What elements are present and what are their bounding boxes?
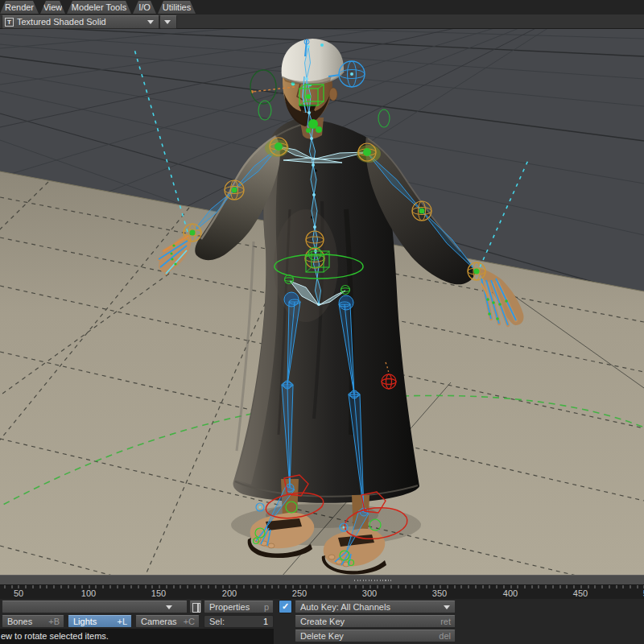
chevron-down-icon: [166, 605, 172, 609]
chevron-down-icon: [444, 605, 450, 609]
ruler-label: 150: [142, 588, 175, 598]
view-options-dropdown[interactable]: [159, 15, 177, 29]
status-message: ew to rotate selected items.: [1, 629, 109, 644]
shading-mode-label: Textured Shaded Solid: [17, 16, 106, 27]
panel-toggle-icon: [192, 603, 200, 613]
properties-shortcut: p: [264, 601, 269, 613]
delete-key-label: Delete Key: [300, 631, 344, 641]
ruler-label: 400: [494, 588, 526, 598]
bottom-panel: Properties p ✓ Auto Key: All Channels Bo…: [0, 599, 644, 644]
ruler-label: 350: [423, 588, 456, 598]
lights-button[interactable]: Lights +L: [68, 615, 132, 628]
shading-mode-dropdown[interactable]: T Textured Shaded Solid: [2, 15, 159, 29]
tab-utilities[interactable]: Utilities: [158, 1, 196, 14]
ruler-label: 450: [564, 588, 597, 598]
textured-mode-icon: T: [5, 18, 14, 27]
auto-key-checkbox[interactable]: ✓: [279, 600, 292, 613]
slider-grip-icon[interactable]: [354, 580, 391, 581]
bones-button[interactable]: Bones +B: [2, 615, 64, 628]
ruler-label: 200: [213, 588, 246, 598]
create-key-shortcut: ret: [440, 616, 451, 627]
ruler-label: 500: [634, 588, 644, 598]
selection-count-label: Sel:: [209, 617, 225, 626]
chevron-down-icon: [164, 20, 171, 24]
frame-slider[interactable]: [0, 575, 644, 585]
panel-toggle-button[interactable]: [189, 601, 202, 613]
status-bar: ew to rotate selected items.: [0, 629, 274, 644]
ruler-label: 300: [353, 588, 386, 598]
cameras-shortcut: +C: [184, 616, 195, 627]
delete-key-button[interactable]: Delete Key del: [295, 630, 456, 642]
tab-view[interactable]: View: [40, 1, 65, 14]
bones-label: Bones: [7, 617, 32, 626]
viewport-toolbar: T Textured Shaded Solid: [0, 14, 644, 29]
ruler-label: 50: [2, 588, 35, 598]
properties-button[interactable]: Properties p: [204, 601, 274, 613]
auto-key-dropdown[interactable]: Auto Key: All Channels: [295, 601, 456, 613]
chevron-down-icon: [147, 20, 154, 24]
delete-key-shortcut: del: [439, 630, 451, 642]
properties-label: Properties: [209, 602, 250, 612]
viewport-3d[interactable]: [0, 29, 644, 575]
left-knee-joint: [283, 381, 291, 389]
selection-count-value: 1: [263, 616, 268, 627]
tab-render[interactable]: Render: [0, 1, 39, 14]
right-knee-joint: [350, 390, 358, 398]
tab-io[interactable]: I/O: [133, 1, 156, 14]
ruler-label: 100: [72, 588, 105, 598]
selection-count-field: Sel: 1: [204, 615, 274, 628]
create-key-button[interactable]: Create Key ret: [295, 615, 456, 628]
bones-shortcut: +B: [48, 616, 60, 627]
viewport-canvas[interactable]: [0, 29, 644, 575]
cameras-button[interactable]: Cameras +C: [135, 615, 200, 628]
lightwave-layout-window: Render View Modeler Tools I/O Utilities …: [0, 0, 644, 644]
cameras-label: Cameras: [141, 617, 177, 626]
lights-shortcut: +L: [117, 616, 127, 627]
create-key-label: Create Key: [300, 617, 345, 626]
menu-bar: Render View Modeler Tools I/O Utilities: [0, 0, 644, 14]
lights-label: Lights: [73, 617, 97, 626]
tab-modeler-tools[interactable]: Modeler Tools: [67, 1, 131, 14]
timeline-ruler[interactable]: 50 100 150 200 250 300 350 400 450 500: [0, 585, 644, 599]
ruler-label: 250: [283, 588, 316, 598]
current-item-dropdown[interactable]: [2, 601, 188, 613]
auto-key-label: Auto Key: All Channels: [300, 602, 390, 612]
ear: [329, 88, 337, 101]
